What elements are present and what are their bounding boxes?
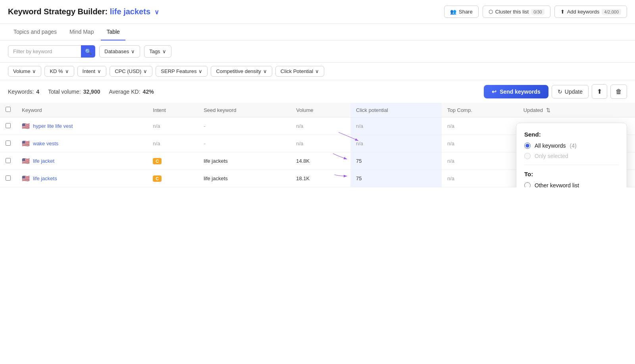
flag-icon: 🇺🇸 <box>22 175 30 182</box>
send-icon: ↩ <box>492 89 496 95</box>
chevron-down-icon: ∨ <box>143 68 147 74</box>
flag-icon: 🇺🇸 <box>22 122 30 130</box>
filters-row: 🔍 Databases ∨ Tags ∨ <box>0 40 635 63</box>
add-icon: ⬆ <box>560 9 565 15</box>
chevron-down-icon: ∨ <box>65 68 69 74</box>
export-button[interactable]: ⬆ <box>592 84 607 99</box>
popup-divider <box>524 165 619 165</box>
col-keyword: Keyword <box>16 103 147 117</box>
search-icon: 🔍 <box>85 48 92 55</box>
chevron-down-icon: ∨ <box>131 48 135 54</box>
chevron-down-icon: ∨ <box>162 48 166 54</box>
stats-row: Keywords: 4 Total volume: 32,900 Average… <box>0 80 635 103</box>
tags-dropdown[interactable]: Tags ∨ <box>144 45 171 58</box>
row-checkbox[interactable] <box>6 175 11 181</box>
title-arrow[interactable]: ∨ <box>154 9 159 15</box>
keyword-link[interactable]: 🇺🇸 life jackets <box>22 175 142 182</box>
share-icon: 👥 <box>450 9 456 15</box>
add-keywords-button[interactable]: ⬆ Add keywords 4/2,000 <box>554 6 627 18</box>
chip-kd[interactable]: KD % ∨ <box>44 66 74 77</box>
page-title: Keyword Strategy Builder: life jackets ∨ <box>8 7 159 16</box>
chip-click-potential[interactable]: Click Potential ∨ <box>275 66 324 77</box>
col-click-potential: Click potential <box>350 103 442 117</box>
search-button[interactable]: 🔍 <box>81 45 95 58</box>
popup-send-title: Send: <box>524 131 619 138</box>
title-prefix: Keyword Strategy Builder: <box>8 7 108 16</box>
radio-other-keyword-list[interactable]: Other keyword list <box>524 182 619 187</box>
chip-serp[interactable]: SERP Features ∨ <box>156 66 208 77</box>
delete-button[interactable]: 🗑 <box>610 85 627 99</box>
row-checkbox[interactable] <box>6 123 11 128</box>
add-keywords-label: Add keywords <box>567 9 600 15</box>
row-checkbox[interactable] <box>6 158 11 163</box>
table-and-popup-container: Keyword Intent Seed keyword Volume Click… <box>0 103 635 187</box>
flag-icon: 🇺🇸 <box>22 157 30 165</box>
keyword-link[interactable]: 🇺🇸 wake vests <box>22 140 142 147</box>
intent-badge: C <box>153 175 162 182</box>
tabs-bar: Topics and pages Mind Map Table <box>0 24 635 40</box>
refresh-icon: ↻ <box>558 89 562 95</box>
top-actions: 👥 Share ⬡ Cluster this list 0/30 ⬆ Add k… <box>444 6 627 18</box>
send-popup: Send: All keywords (4) Only selected To:… <box>516 123 627 187</box>
col-top-comp: Top Comp. <box>442 103 518 117</box>
cluster-label: Cluster this list <box>495 9 529 15</box>
intent-badge: C <box>153 158 162 164</box>
tab-mind-map[interactable]: Mind Map <box>64 24 99 40</box>
chevron-down-icon: ∨ <box>32 68 36 74</box>
share-button[interactable]: 👥 Share <box>444 6 479 18</box>
search-wrap: 🔍 <box>8 45 95 58</box>
popup-to-title: To: <box>524 171 619 177</box>
volume-label: Total volume: <box>48 89 81 95</box>
chip-intent[interactable]: Intent ∨ <box>77 66 107 77</box>
radio-all-keywords-input[interactable] <box>524 143 531 149</box>
radio-all-keywords[interactable]: All keywords (4) <box>524 143 619 149</box>
col-intent: Intent <box>147 103 198 117</box>
tab-table[interactable]: Table <box>101 24 125 40</box>
chevron-down-icon: ∨ <box>315 68 319 74</box>
cluster-icon: ⬡ <box>489 9 493 15</box>
keywords-count: 4 <box>36 89 39 95</box>
cluster-badge: 0/30 <box>531 9 544 15</box>
select-all-checkbox[interactable] <box>6 107 11 112</box>
radio-only-selected[interactable]: Only selected <box>524 153 619 159</box>
upload-icon: ⬆ <box>597 88 602 95</box>
filter-chips-row: Volume ∨ KD % ∨ Intent ∨ CPC (USD) ∨ SER… <box>0 63 635 80</box>
chip-cpc[interactable]: CPC (USD) ∨ <box>110 66 152 77</box>
databases-dropdown[interactable]: Databases ∨ <box>99 45 140 58</box>
title-highlight: life jackets <box>110 7 150 16</box>
kd-label: Average KD: <box>109 89 140 95</box>
trash-icon: 🗑 <box>616 88 622 95</box>
flag-icon: 🇺🇸 <box>22 140 30 147</box>
chip-competitive-density[interactable]: Competitive density ∨ <box>211 66 272 77</box>
keyword-link[interactable]: 🇺🇸 life jacket <box>22 157 142 165</box>
update-button[interactable]: ↻ Update <box>552 85 589 98</box>
radio-other-keyword-input[interactable] <box>524 182 531 187</box>
cluster-button[interactable]: ⬡ Cluster this list 0/30 <box>483 6 550 18</box>
col-volume: Volume <box>291 103 350 117</box>
send-keywords-button[interactable]: ↩ Send keywords <box>484 85 548 98</box>
share-label: Share <box>459 9 473 15</box>
add-keywords-badge: 4/2,000 <box>602 9 621 15</box>
col-seed-keyword: Seed keyword <box>198 103 291 117</box>
keyword-link[interactable]: 🇺🇸 hyper lite life vest <box>22 122 142 130</box>
radio-only-selected-input[interactable] <box>524 153 531 159</box>
chevron-down-icon: ∨ <box>97 68 101 74</box>
chevron-down-icon: ∨ <box>263 68 267 74</box>
volume-value: 32,900 <box>83 89 100 95</box>
row-checkbox[interactable] <box>6 141 11 146</box>
keywords-label: Keywords: <box>8 89 34 95</box>
chevron-down-icon: ∨ <box>198 68 202 74</box>
kd-value: 42% <box>143 89 154 95</box>
popup-overlay: Send: All keywords (4) Only selected To:… <box>516 103 635 187</box>
action-buttons: ↩ Send keywords ↻ Update ⬆ 🗑 <box>484 84 627 99</box>
top-bar: Keyword Strategy Builder: life jackets ∨… <box>0 0 635 24</box>
chip-volume[interactable]: Volume ∨ <box>8 66 41 77</box>
tab-topics-pages[interactable]: Topics and pages <box>8 24 62 40</box>
